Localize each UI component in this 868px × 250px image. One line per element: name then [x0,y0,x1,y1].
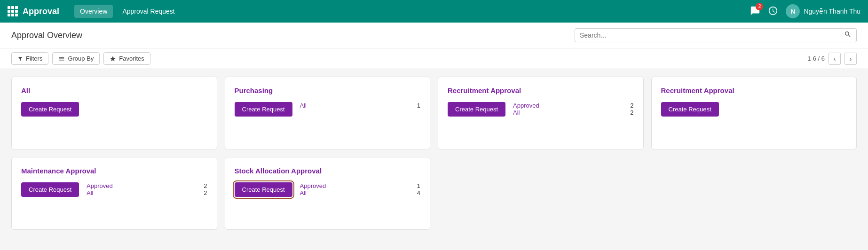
stat-approved-label: Approved [87,182,113,189]
stat-row: All 1 [300,102,420,109]
stat-row: All 2 [87,189,207,196]
stat-row: Approved 1 [300,182,420,189]
stat-all-value: 2 [204,189,207,196]
card-maintenance-content: Create Request Approved 2 All 2 [21,182,207,197]
stat-all-label: All [300,189,307,196]
card-stock-allocation-title: Stock Allocation Approval [235,167,421,175]
card-recruitment-1-content: Create Request Approved 2 All 2 [448,102,634,117]
filters-label: Filters [26,55,42,62]
page-title: Approval Overview [11,31,567,40]
filters-button[interactable]: Filters [11,52,48,65]
pagination: 1-6 / 6 ‹ › [807,53,857,65]
nav-approval-request[interactable]: Approval Request [117,5,180,18]
card-maintenance-create-btn[interactable]: Create Request [21,182,79,197]
favorites-button[interactable]: Favorites [103,52,150,65]
stat-approved-value: 1 [417,182,420,189]
stat-approved-value: 2 [204,182,207,189]
stat-all-value: 4 [417,189,420,196]
stat-value: 2 [630,102,633,109]
stat-value: 2 [630,109,633,116]
notif-badge: 2 [756,3,763,10]
stat-label: Approved [513,102,539,109]
card-recruitment-1-create-btn[interactable]: Create Request [448,102,505,117]
filter-bar: Filters Group By Favorites 1-6 / 6 ‹ › [0,48,868,69]
card-purchasing: Purchasing Create Request All 1 [225,77,431,149]
stat-value: 1 [417,102,420,109]
card-maintenance: Maintenance Approval Create Request Appr… [11,157,217,230]
clock-icon[interactable] [768,6,778,17]
user-name: Nguyễn Thanh Thu [804,8,860,15]
group-by-label: Group By [68,55,94,62]
stat-approved-label: Approved [300,182,326,189]
brand-label: Approval [23,7,59,16]
topbar-nav: Overview Approval Request [74,5,181,18]
favorites-label: Favorites [119,55,144,62]
stat-row: All 4 [300,189,420,196]
next-page-button[interactable]: › [844,53,857,65]
card-purchasing-create-btn[interactable]: Create Request [235,102,292,117]
card-recruitment-2-create-btn[interactable]: Create Request [661,102,719,117]
card-recruitment-1-title: Recruitment Approval [448,86,634,94]
card-maintenance-title: Maintenance Approval [21,167,207,175]
search-button[interactable] [844,31,852,40]
grid-icon[interactable] [8,6,18,16]
stat-row: All 2 [513,109,633,116]
page-header: Approval Overview [0,23,868,48]
avatar: N [786,4,800,18]
nav-overview[interactable]: Overview [74,5,113,18]
card-purchasing-content: Create Request All 1 [235,102,421,117]
card-stock-allocation: Stock Allocation Approval Create Request… [225,157,431,230]
card-stock-allocation-create-btn[interactable]: Create Request [235,182,292,197]
card-all: All Create Request [11,77,217,149]
cards-row-2: Maintenance Approval Create Request Appr… [0,157,868,237]
topbar-right: 2 N Nguyễn Thanh Thu [750,4,860,18]
stat-row: Approved 2 [513,102,633,109]
card-recruitment-1: Recruitment Approval Create Request Appr… [438,77,644,149]
search-bar [575,28,857,42]
card-recruitment-2: Recruitment Approval Create Request [651,77,857,149]
cards-row-1: All Create Request Purchasing Create Req… [0,69,868,157]
prev-page-button[interactable]: ‹ [829,53,841,65]
card-stock-allocation-content: Create Request Approved 1 All 4 [235,182,421,197]
user-info[interactable]: N Nguyễn Thanh Thu [786,4,860,18]
card-recruitment-2-title: Recruitment Approval [661,86,847,94]
pagination-text: 1-6 / 6 [807,55,825,62]
card-purchasing-stats: All 1 [300,102,420,109]
stat-label: All [513,109,520,116]
brand: Approval [8,6,59,16]
card-all-title: All [21,86,207,94]
topbar: Approval Overview Approval Request 2 N N… [0,0,868,23]
card-purchasing-title: Purchasing [235,86,421,94]
card-all-create-btn[interactable]: Create Request [21,102,79,117]
stat-all-label: All [87,189,93,196]
group-by-button[interactable]: Group By [52,52,100,65]
stat-label: All [300,102,307,109]
notification-icon[interactable]: 2 [750,6,760,17]
stat-row: Approved 2 [87,182,207,189]
search-input[interactable] [580,31,844,39]
